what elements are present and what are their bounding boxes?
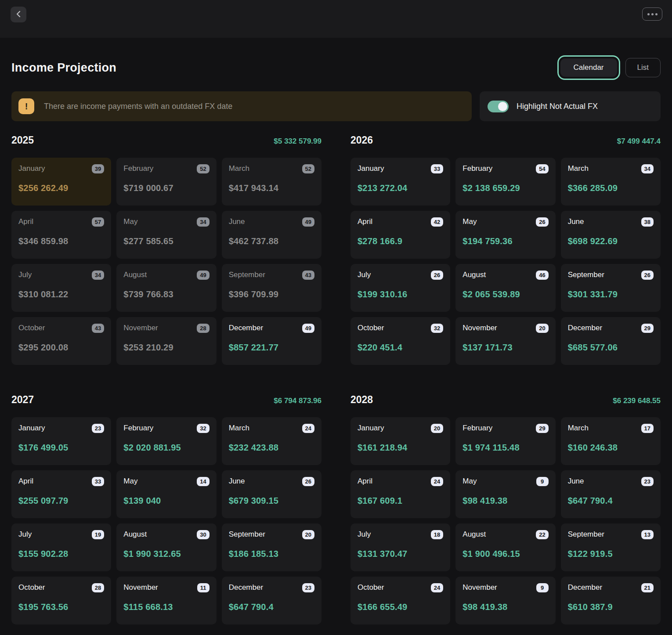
- month-card[interactable]: February 52 $719 000.67: [116, 158, 216, 206]
- month-amount: $417 943.14: [229, 183, 314, 193]
- month-name: May: [462, 477, 477, 486]
- payments-count-badge: 26: [536, 217, 548, 227]
- month-card[interactable]: July 19 $155 902.28: [11, 523, 111, 571]
- month-card[interactable]: May 26 $194 759.36: [455, 211, 555, 259]
- month-name: March: [229, 164, 249, 173]
- month-name: January: [18, 164, 45, 173]
- month-card[interactable]: February 54 $2 138 659.29: [455, 158, 555, 206]
- month-card[interactable]: December 21 $610 387.9: [561, 577, 661, 624]
- month-card[interactable]: June 23 $647 790.4: [561, 470, 661, 518]
- month-card[interactable]: November 9 $98 419.38: [455, 577, 555, 624]
- month-card[interactable]: October 43 $295 200.08: [11, 317, 111, 365]
- month-card[interactable]: November 11 $115 668.13: [116, 577, 216, 624]
- payments-count-badge: 54: [536, 164, 548, 173]
- month-card[interactable]: July 34 $310 081.22: [11, 264, 111, 312]
- payments-count-badge: 49: [302, 217, 314, 227]
- year-label: 2025: [11, 134, 34, 146]
- month-card[interactable]: September 13 $122 919.5: [561, 523, 661, 571]
- month-name: September: [229, 530, 265, 539]
- month-card[interactable]: December 29 $685 577.06: [561, 317, 661, 365]
- month-name: November: [462, 583, 497, 592]
- month-name: August: [123, 530, 147, 539]
- month-amount: $1 974 115.48: [462, 443, 548, 453]
- month-name: June: [568, 217, 584, 226]
- calendar-view-button[interactable]: Calendar: [560, 58, 617, 77]
- month-card[interactable]: January 20 $161 218.94: [350, 417, 450, 465]
- month-card[interactable]: March 52 $417 943.14: [222, 158, 322, 206]
- month-card[interactable]: January 33 $213 272.04: [350, 158, 450, 206]
- month-card[interactable]: December 49 $857 221.77: [222, 317, 322, 365]
- month-card[interactable]: June 49 $462 737.88: [222, 211, 322, 259]
- month-amount: $857 221.77: [229, 343, 314, 353]
- highlight-fx-label: Highlight Not Actual FX: [517, 102, 598, 111]
- month-card[interactable]: August 46 $2 065 539.89: [455, 264, 555, 312]
- payments-count-badge: 49: [197, 271, 209, 280]
- month-card[interactable]: March 24 $232 423.88: [222, 417, 322, 465]
- month-card[interactable]: March 34 $366 285.09: [561, 158, 661, 206]
- highlight-fx-toggle[interactable]: [488, 101, 509, 112]
- year-section: 2026 $7 499 447.4 January 33 $213 272.04…: [350, 134, 661, 365]
- month-name: November: [462, 324, 497, 332]
- month-card[interactable]: April 57 $346 859.98: [11, 211, 111, 259]
- month-name: April: [358, 217, 372, 226]
- month-card[interactable]: December 23 $647 790.4: [222, 577, 322, 624]
- month-amount: $160 246.38: [568, 443, 654, 453]
- month-card[interactable]: April 42 $278 166.9: [350, 211, 450, 259]
- more-options-button[interactable]: [642, 7, 662, 21]
- month-card[interactable]: November 20 $137 171.73: [455, 317, 555, 365]
- payments-count-badge: 39: [92, 164, 104, 173]
- month-card[interactable]: August 22 $1 900 496.15: [455, 523, 555, 571]
- month-card[interactable]: October 24 $166 655.49: [350, 577, 450, 624]
- list-view-button[interactable]: List: [625, 58, 661, 77]
- payments-count-badge: 13: [641, 530, 654, 539]
- month-card[interactable]: August 49 $739 766.83: [116, 264, 216, 312]
- month-card[interactable]: January 39 $256 262.49: [11, 158, 111, 206]
- payments-count-badge: 43: [92, 324, 104, 333]
- month-card[interactable]: August 30 $1 990 312.65: [116, 523, 216, 571]
- month-card[interactable]: June 26 $679 309.15: [222, 470, 322, 518]
- month-amount: $186 185.13: [229, 549, 314, 559]
- month-card[interactable]: March 17 $160 246.38: [561, 417, 661, 465]
- payments-count-badge: 42: [431, 217, 443, 227]
- month-card[interactable]: April 24 $167 609.1: [350, 470, 450, 518]
- payments-count-badge: 34: [197, 217, 209, 227]
- month-amount: $220 451.4: [358, 343, 443, 353]
- month-card[interactable]: November 28 $253 210.29: [116, 317, 216, 365]
- back-button[interactable]: [11, 7, 26, 22]
- month-amount: $1 990 312.65: [123, 549, 209, 559]
- month-card[interactable]: May 34 $277 585.65: [116, 211, 216, 259]
- warning-icon: !: [18, 98, 34, 114]
- page-title: Income Projection: [11, 61, 116, 75]
- month-name: September: [229, 271, 265, 279]
- month-name: March: [568, 164, 589, 173]
- month-card[interactable]: October 28 $195 763.56: [11, 577, 111, 624]
- month-card[interactable]: September 26 $301 331.79: [561, 264, 661, 312]
- months-grid: January 23 $176 499.05 February 32 $2 02…: [11, 417, 322, 624]
- payments-count-badge: 24: [431, 477, 443, 486]
- month-card[interactable]: May 9 $98 419.38: [455, 470, 555, 518]
- month-card[interactable]: September 43 $396 709.99: [222, 264, 322, 312]
- month-amount: $122 919.5: [568, 549, 654, 559]
- month-card[interactable]: February 29 $1 974 115.48: [455, 417, 555, 465]
- month-card[interactable]: July 26 $199 310.16: [350, 264, 450, 312]
- month-card[interactable]: July 18 $131 370.47: [350, 523, 450, 571]
- month-card[interactable]: June 38 $698 922.69: [561, 211, 661, 259]
- month-name: March: [229, 424, 249, 433]
- month-card[interactable]: September 20 $186 185.13: [222, 523, 322, 571]
- payments-count-badge: 34: [92, 271, 104, 280]
- month-card[interactable]: May 14 $139 040: [116, 470, 216, 518]
- payments-count-badge: 32: [431, 324, 443, 333]
- month-card[interactable]: April 33 $255 097.79: [11, 470, 111, 518]
- month-amount: $131 370.47: [358, 549, 443, 559]
- ellipsis-icon: [647, 13, 658, 15]
- month-name: December: [568, 324, 602, 332]
- month-name: August: [462, 530, 486, 539]
- month-card[interactable]: January 23 $176 499.05: [11, 417, 111, 465]
- month-card[interactable]: February 32 $2 020 881.95: [116, 417, 216, 465]
- month-card[interactable]: October 32 $220 451.4: [350, 317, 450, 365]
- month-name: February: [462, 164, 492, 173]
- month-amount: $310 081.22: [18, 289, 104, 299]
- payments-count-badge: 46: [536, 271, 548, 280]
- months-grid: January 20 $161 218.94 February 29 $1 97…: [350, 417, 661, 624]
- year-section: 2025 $5 332 579.99 January 39 $256 262.4…: [11, 134, 322, 365]
